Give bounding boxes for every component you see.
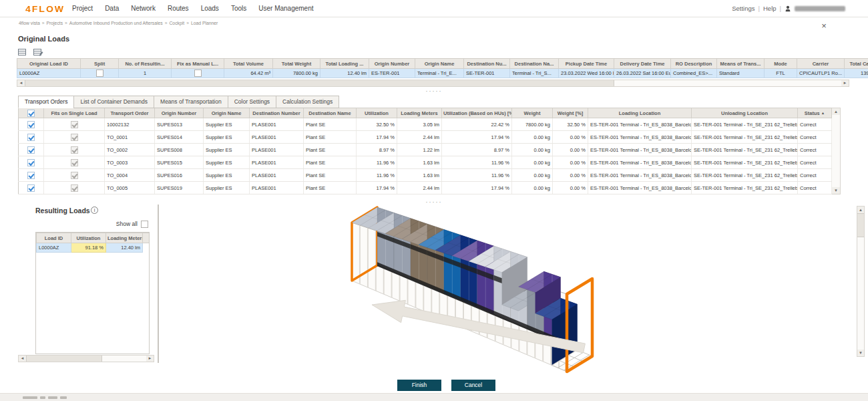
scrollbar-track[interactable] (857, 213, 864, 350)
transport-order-row[interactable]: TO_0004SUPES016Supplier ESPLASE001Plant … (19, 169, 832, 182)
ol-col-destination-nu[interactable]: Destination Nu... (464, 59, 510, 69)
finish-button[interactable]: Finish (397, 380, 441, 391)
resulting-loads-hscrollbar[interactable]: ◄► (18, 355, 154, 362)
split-checkbox[interactable] (96, 70, 103, 77)
show-all-checkbox[interactable] (141, 221, 148, 228)
to-col-utilization-based-on-hus[interactable]: Utilization (Based on HUs) [%] (442, 108, 512, 118)
scroll-down-icon[interactable]: ▼ (832, 187, 840, 194)
original-load-row[interactable]: L0000AZ164.42 m³7800.00 kg12.40 lmES-TER… (17, 69, 868, 78)
breadcrumb-4flow-vista[interactable]: 4flow vista (19, 21, 40, 25)
to-col-status[interactable]: Status▲ (798, 108, 832, 118)
settings-link[interactable]: Settings (732, 5, 754, 12)
nav-item-data[interactable]: Data (105, 5, 119, 12)
to-col-loading-meters[interactable]: Loading Meters (397, 108, 442, 118)
fix-as-manual-l-checkbox[interactable] (194, 70, 202, 77)
fits-on-single-load-checkbox[interactable] (71, 184, 78, 192)
to-col-origin-number[interactable]: Origin Number (155, 108, 204, 118)
rl-col-load-id[interactable]: Load ID (37, 233, 71, 243)
scroll-right-icon[interactable]: ► (146, 356, 154, 362)
transport-order-row[interactable]: TO_0005SUPES019Supplier ESPLASE001Plant … (19, 182, 832, 194)
cancel-button[interactable]: Cancel (451, 380, 495, 391)
tab-means-of-transportation[interactable]: Means of Transportation (154, 96, 228, 108)
to-col-loading-location[interactable]: Loading Location (588, 108, 692, 118)
to-col-weight[interactable]: Weight [%] (553, 108, 588, 118)
to-col-utilization[interactable]: Utilization (357, 108, 397, 118)
panel-divider[interactable] (158, 205, 159, 363)
scrollbar-thumb[interactable] (857, 213, 864, 237)
breadcrumb-projects[interactable]: Projects (47, 21, 63, 25)
scrollbar-track[interactable] (25, 80, 841, 86)
to-col-transport-order[interactable]: Transport Order (105, 108, 155, 118)
fits-on-single-load-checkbox[interactable] (71, 121, 78, 128)
breadcrumb-cockpit[interactable]: Cockpit (169, 21, 184, 25)
scrollbar-thumb[interactable] (25, 80, 614, 86)
row-select-checkbox[interactable] (27, 184, 35, 192)
close-icon[interactable] (819, 21, 829, 31)
ol-col-split[interactable]: Split (81, 59, 119, 69)
app-logo[interactable]: 4FLOW (25, 3, 65, 13)
scroll-left-icon[interactable]: ◄ (19, 356, 26, 362)
transport-orders-vscrollbar[interactable]: ▲ ▼ (832, 108, 841, 194)
rl-col-loading-meters[interactable]: Loading Meters (106, 233, 143, 243)
to-col-select[interactable] (19, 108, 44, 118)
user-name-redacted[interactable] (795, 6, 845, 11)
fits-on-single-load-checkbox[interactable] (71, 146, 78, 154)
ol-col-ro-description[interactable]: RO Description (671, 59, 717, 69)
to-col-unloading-location[interactable]: Unloading Location (692, 108, 798, 118)
fits-on-single-load-checkbox[interactable] (71, 159, 78, 166)
visualization-vscrollbar[interactable]: ▲ ▼ (857, 206, 865, 357)
ol-col-destination-na[interactable]: Destination Na... (510, 59, 559, 69)
select-all-checkbox[interactable] (27, 110, 35, 117)
ol-col-original-load-id[interactable]: Original Load ID (17, 59, 81, 69)
tab-list-of-container-demands[interactable]: List of Container Demands (73, 96, 154, 108)
splitter-handle-bottom[interactable]: ····· (0, 200, 868, 205)
fits-on-single-load-checkbox[interactable] (71, 134, 78, 141)
to-col-weight[interactable]: Weight (512, 108, 553, 118)
scroll-down-icon[interactable]: ▼ (857, 350, 864, 356)
original-loads-hscrollbar[interactable]: ◄► (17, 80, 849, 87)
transport-order-row[interactable]: 10002132SUPES013Supplier ESPLASE001Plant… (19, 118, 832, 131)
ol-col-total-loading[interactable]: Total Loading ... (320, 59, 369, 69)
nav-item-loads[interactable]: Loads (201, 5, 219, 12)
nav-item-routes[interactable]: Routes (168, 5, 189, 12)
nav-item-user-management[interactable]: User Management (258, 5, 313, 12)
transport-order-row[interactable]: TO_0001SUPES014Supplier ESPLASE001Plant … (19, 131, 832, 144)
tab-color-settings[interactable]: Color Settings (228, 96, 276, 108)
row-select-checkbox[interactable] (27, 146, 35, 154)
edit-table-icon[interactable] (33, 47, 44, 56)
ol-col-total-volume[interactable]: Total Volume (224, 59, 273, 69)
ol-col-delivery-date-time[interactable]: Delivery Date Time (614, 59, 671, 69)
ol-col-total-weight[interactable]: Total Weight (273, 59, 320, 69)
row-select-checkbox[interactable] (27, 172, 35, 179)
transport-order-row[interactable]: TO_0003SUPES015Supplier ESPLASE001Plant … (19, 156, 832, 169)
nav-item-tools[interactable]: Tools (231, 5, 246, 12)
scrollbar-thumb[interactable] (26, 356, 102, 362)
scroll-up-icon[interactable]: ▲ (857, 207, 864, 213)
row-select-checkbox[interactable] (27, 121, 35, 128)
ol-col-no-of-resultin[interactable]: No. of Resultin... (119, 59, 172, 69)
row-select-checkbox[interactable] (27, 134, 35, 141)
row-select-checkbox[interactable] (27, 159, 35, 166)
nav-item-network[interactable]: Network (131, 5, 156, 12)
ol-col-origin-name[interactable]: Origin Name (415, 59, 464, 69)
ol-col-fix-as-manual-l[interactable]: Fix as Manual L... (172, 59, 224, 69)
resulting-load-row[interactable]: L0000AZ 91.18 % 12.40 lm (37, 243, 150, 253)
help-link[interactable]: Help (763, 5, 777, 12)
to-col-fits-on-single-load[interactable]: Fits on Single Load (44, 108, 105, 118)
scrollbar-track[interactable] (26, 356, 146, 362)
tab-transport-orders[interactable]: Transport Orders (18, 96, 74, 108)
nav-item-project[interactable]: Project (72, 5, 93, 12)
transport-order-row[interactable]: TO_0002SUPES008Supplier ESPLASE001Plant … (19, 144, 832, 156)
to-col-origin-name[interactable]: Origin Name (204, 108, 250, 118)
fits-on-single-load-checkbox[interactable] (71, 172, 78, 179)
scrollbar-track[interactable] (832, 115, 840, 187)
breadcrumb-automotive-inbound-production-und-aftersales[interactable]: Automotive Inbound Production und Afters… (69, 21, 163, 25)
ol-col-pickup-date-time[interactable]: Pickup Date Time (559, 59, 614, 69)
export-table-icon[interactable] (18, 47, 29, 56)
ol-col-carrier[interactable]: Carrier (797, 59, 845, 69)
scroll-up-icon[interactable]: ▲ (832, 108, 840, 115)
scroll-left-icon[interactable]: ◄ (17, 80, 25, 86)
to-col-destination-number[interactable]: Destination Number (250, 108, 304, 118)
ol-col-origin-number[interactable]: Origin Number (369, 59, 415, 69)
ol-col-mode[interactable]: Mode (765, 59, 797, 69)
